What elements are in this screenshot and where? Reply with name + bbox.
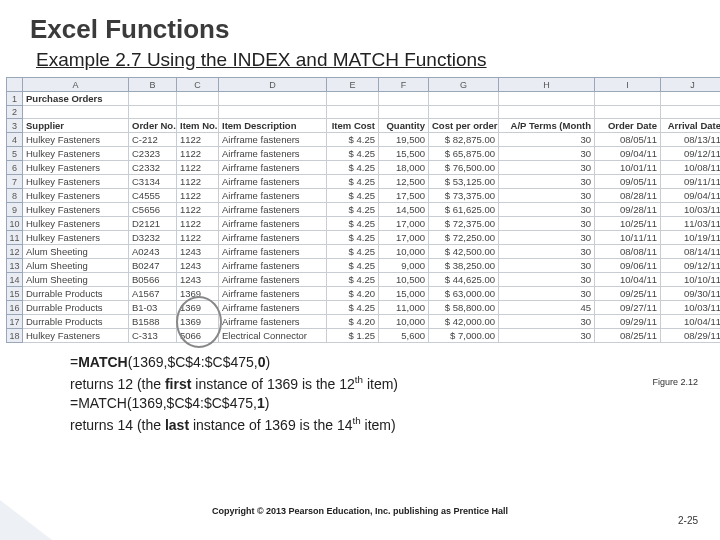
table-row: 5Hulkey FastenersC23231122Airframe faste… <box>7 147 721 161</box>
column-header: B <box>129 78 177 92</box>
column-header <box>7 78 23 92</box>
table-row: 12Alum SheetingA02431243Airframe fastene… <box>7 245 721 259</box>
column-header: F <box>379 78 429 92</box>
result-1: returns 12 (the first instance of 1369 i… <box>70 373 720 394</box>
table-row: 17Durrable ProductsB15881369Airframe fas… <box>7 315 721 329</box>
table-row: 16Durrable ProductsB1-031369Airframe fas… <box>7 301 721 315</box>
column-header: C <box>177 78 219 92</box>
table-row: 18Hulkey FastenersC-3135066Electrical Co… <box>7 329 721 343</box>
column-header: I <box>595 78 661 92</box>
copyright-text: Copyright © 2013 Pearson Education, Inc.… <box>0 506 720 516</box>
formula-2: =MATCH(1369,$C$4:$C$475,1) <box>70 394 720 413</box>
table-row: 10Hulkey FastenersD21211122Airframe fast… <box>7 217 721 231</box>
table-row: 6Hulkey FastenersC23321122Airframe faste… <box>7 161 721 175</box>
column-header: H <box>499 78 595 92</box>
formula-1: =MATCH(1369,$C$4:$C$475,0) <box>70 353 720 372</box>
spreadsheet-table: ABCDEFGHIJ1Purchase Orders23SupplierOrde… <box>6 77 720 343</box>
formula-explanations: =MATCH(1369,$C$4:$C$475,0) returns 12 (t… <box>70 353 720 435</box>
column-header: D <box>219 78 327 92</box>
column-header: J <box>661 78 721 92</box>
column-header: A <box>23 78 129 92</box>
table-row: 4Hulkey FastenersC-2121122Airframe faste… <box>7 133 721 147</box>
figure-label: Figure 2.12 <box>652 377 698 387</box>
table-row: 11Hulkey FastenersD32321122Airframe fast… <box>7 231 721 245</box>
table-row: 9Hulkey FastenersC56561122Airframe faste… <box>7 203 721 217</box>
table-row: 15Durrable ProductsA15671369Airframe fas… <box>7 287 721 301</box>
slide-heading: Excel Functions <box>30 14 720 45</box>
table-row: 13Alum SheetingB02471243Airframe fastene… <box>7 259 721 273</box>
spreadsheet-screenshot: ABCDEFGHIJ1Purchase Orders23SupplierOrde… <box>6 77 708 343</box>
result-2: returns 14 (the last instance of 1369 is… <box>70 414 720 435</box>
slide-subheading: Example 2.7 Using the INDEX and MATCH Fu… <box>36 49 720 71</box>
table-row: 7Hulkey FastenersC31341122Airframe faste… <box>7 175 721 189</box>
table-row: 14Alum SheetingB05661243Airframe fastene… <box>7 273 721 287</box>
page-number: 2-25 <box>678 515 698 526</box>
column-header: E <box>327 78 379 92</box>
column-header: G <box>429 78 499 92</box>
table-row: 8Hulkey FastenersC45551122Airframe faste… <box>7 189 721 203</box>
